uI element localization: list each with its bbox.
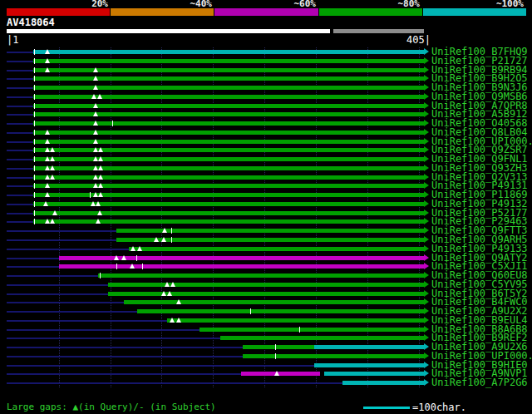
query-gap-triangle-icon [98, 156, 103, 161]
bar-arrowhead-icon [424, 236, 429, 243]
alignment-bar-segment [342, 381, 424, 385]
query-extent-leader [7, 78, 33, 80]
query-extent-leader [7, 168, 33, 170]
alignment-bar-segment [33, 76, 424, 81]
bar-arrowhead-icon [424, 370, 429, 377]
query-bar-segment [7, 29, 330, 33]
alignment-bar-segment [98, 274, 424, 278]
alignment-bar-segment [33, 184, 424, 188]
subject-gap-tick [34, 49, 35, 55]
subject-gap-tick [34, 130, 35, 136]
query-extent-leader [7, 221, 33, 223]
alignment-bar-segment [59, 264, 424, 269]
coordinate-ruler: |1 405| [0, 36, 532, 45]
subject-gap-tick [34, 139, 35, 145]
query-extent-leader [7, 302, 124, 303]
bar-arrowhead-icon [424, 200, 429, 207]
alignment-bar-segment [33, 219, 424, 224]
bar-arrowhead-icon [424, 362, 429, 368]
subject-gap-tick [34, 58, 35, 64]
bar-arrowhead-icon [424, 182, 429, 189]
query-extent-leader [7, 311, 137, 313]
query-extent-leader [7, 230, 116, 232]
query-extent-leader [7, 320, 167, 322]
query-extent-leader [7, 275, 98, 277]
alignment-bar-segment [33, 211, 424, 215]
bar-arrowhead-icon [424, 272, 429, 278]
query-gap-triangle-icon [137, 246, 142, 251]
query-gap-triangle-icon [274, 371, 279, 376]
scale-legend-label: =100char. [412, 402, 466, 412]
identity-scale-segment [318, 8, 422, 16]
query-extent-leader [7, 87, 33, 89]
subject-gap-tick [90, 192, 91, 198]
identity-scale-label: ~40% [190, 0, 213, 8]
subject-gap-tick [136, 255, 137, 261]
hit-accession-label[interactable]: UniRef100_A7P2G6 [431, 378, 528, 387]
query-extent-leader [7, 266, 59, 268]
query-gap-triangle-icon [50, 219, 55, 224]
bar-arrowhead-icon [424, 281, 429, 288]
alignment-bar-segment [314, 345, 424, 349]
query-gap-triangle-icon [93, 67, 98, 72]
query-gap-triangle-icon [176, 299, 181, 304]
subject-gap-tick [34, 156, 35, 162]
alignment-bar-segment [33, 68, 424, 72]
query-gap-triangle-icon [162, 228, 167, 233]
bar-arrowhead-icon [424, 343, 429, 350]
query-gap-triangle-icon [91, 94, 96, 99]
subject-gap-tick [250, 308, 251, 314]
query-gap-triangle-icon [91, 201, 96, 206]
bar-arrowhead-icon [424, 379, 429, 386]
query-gap-triangle-icon [45, 219, 50, 224]
identity-scale-segment [110, 8, 214, 16]
bar-arrowhead-icon [424, 245, 429, 252]
query-bar-segment [333, 29, 424, 33]
query-gap-triangle-icon [93, 147, 98, 152]
bar-arrowhead-icon [424, 57, 429, 64]
identity-scale-label: ~100% [496, 0, 524, 8]
bar-arrowhead-icon [424, 93, 429, 100]
alignment-bar-segment [200, 328, 424, 332]
subject-gap-tick [34, 85, 35, 91]
bar-arrowhead-icon [424, 146, 429, 153]
alignment-bar-segment [124, 300, 424, 304]
query-gap-triangle-icon [45, 130, 50, 135]
subject-gap-tick [275, 344, 276, 350]
query-extent-leader [7, 293, 108, 295]
bar-arrowhead-icon [424, 298, 429, 305]
subject-gap-tick [171, 237, 172, 243]
bar-arrowhead-icon [424, 308, 429, 314]
subject-gap-tick [34, 165, 35, 171]
query-extent-leader [7, 284, 108, 286]
query-extent-leader [7, 141, 33, 143]
bar-arrowhead-icon [424, 120, 429, 126]
query-extent-leader [7, 382, 342, 384]
subject-gap-tick [34, 121, 35, 126]
identity-scale-label: ~80% [398, 0, 421, 8]
query-gap-triangle-icon [45, 58, 50, 63]
alignment-bar-segment [129, 247, 424, 251]
query-gap-triangle-icon [93, 121, 98, 126]
query-gap-triangle-icon [93, 103, 98, 108]
query-gap-triangle-icon [45, 156, 50, 161]
ruler-start-label: |1 [7, 36, 18, 45]
query-gap-triangle-icon [50, 165, 55, 170]
bar-arrowhead-icon [424, 352, 429, 359]
alignment-bar-segment [314, 363, 424, 367]
bar-arrowhead-icon [424, 227, 429, 234]
bar-arrowhead-icon [424, 334, 429, 341]
query-extent-leader [7, 132, 33, 134]
subject-gap-tick [34, 210, 35, 216]
alignment-row[interactable]: UniRef100_A7P2G6 [0, 378, 532, 387]
alignment-bar-segment [33, 148, 424, 152]
query-extent-leader [7, 204, 33, 205]
subject-gap-tick [299, 327, 300, 333]
alignment-overview-screen: 20%~40%~60%~80%~100% AV418064 |1 405| Un… [0, 0, 532, 414]
query-extent-leader [7, 338, 220, 339]
alignment-bar-segment [243, 345, 313, 349]
query-gap-triangle-icon [131, 246, 135, 251]
bar-arrowhead-icon [424, 218, 429, 224]
bar-arrowhead-icon [424, 290, 429, 297]
query-gap-triangle-icon [170, 282, 175, 287]
